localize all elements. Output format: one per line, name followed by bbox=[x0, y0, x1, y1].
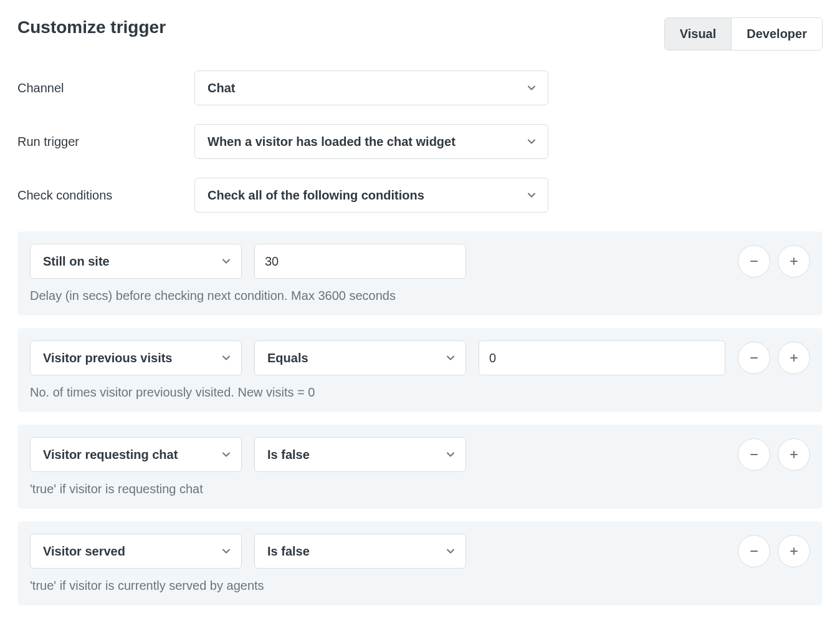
check-conditions-select[interactable]: Check all of the following conditions bbox=[194, 178, 548, 213]
chevron-down-icon bbox=[527, 137, 537, 147]
condition-operator-select[interactable]: Is false bbox=[254, 534, 466, 569]
chevron-down-icon bbox=[446, 546, 456, 556]
run-trigger-select[interactable]: When a visitor has loaded the chat widge… bbox=[194, 124, 548, 159]
condition-hint: 'true' if visitor is requesting chat bbox=[30, 482, 810, 496]
channel-select[interactable]: Chat bbox=[194, 70, 548, 105]
remove-condition-button[interactable] bbox=[738, 535, 770, 567]
chevron-down-icon bbox=[221, 450, 231, 460]
condition-field-select[interactable]: Visitor requesting chat bbox=[30, 437, 242, 472]
check-conditions-select-value: Check all of the following conditions bbox=[208, 188, 424, 203]
minus-icon bbox=[748, 546, 760, 557]
condition-operator-value: Equals bbox=[267, 351, 308, 365]
condition-row: Still on site Delay (in secs) before che… bbox=[17, 231, 823, 315]
minus-icon bbox=[748, 256, 760, 267]
run-trigger-select-value: When a visitor has loaded the chat widge… bbox=[208, 135, 456, 149]
condition-row: Visitor served Is false 'true' if visito… bbox=[17, 521, 823, 605]
minus-icon bbox=[748, 352, 760, 364]
page-title: Customize trigger bbox=[17, 17, 166, 37]
condition-hint: Delay (in secs) before checking next con… bbox=[30, 289, 810, 303]
svg-rect-5 bbox=[793, 354, 795, 362]
run-trigger-label: Run trigger bbox=[17, 135, 194, 149]
tab-developer[interactable]: Developer bbox=[731, 18, 822, 50]
chevron-down-icon bbox=[527, 190, 537, 200]
plus-icon bbox=[788, 256, 799, 267]
condition-row: Visitor requesting chat Is false 'true' … bbox=[17, 425, 823, 509]
add-condition-button[interactable] bbox=[778, 342, 810, 374]
condition-field-select[interactable]: Visitor previous visits bbox=[30, 340, 242, 375]
condition-field-value: Visitor previous visits bbox=[43, 351, 173, 365]
condition-field-value: Visitor requesting chat bbox=[43, 448, 178, 462]
condition-field-value: Still on site bbox=[43, 254, 110, 269]
remove-condition-button[interactable] bbox=[738, 245, 770, 277]
svg-rect-3 bbox=[750, 357, 758, 359]
view-mode-toggle: Visual Developer bbox=[664, 17, 823, 51]
condition-operator-select[interactable]: Equals bbox=[254, 340, 466, 375]
svg-rect-6 bbox=[750, 454, 758, 455]
svg-rect-0 bbox=[750, 261, 758, 262]
condition-field-value: Visitor served bbox=[43, 544, 125, 559]
condition-value-input[interactable] bbox=[479, 340, 725, 375]
remove-condition-button[interactable] bbox=[738, 342, 770, 374]
condition-field-select[interactable]: Still on site bbox=[30, 244, 242, 279]
condition-field-select[interactable]: Visitor served bbox=[30, 534, 242, 569]
svg-rect-2 bbox=[793, 258, 795, 265]
minus-icon bbox=[748, 449, 760, 460]
condition-hint: No. of times visitor previously visited.… bbox=[30, 385, 810, 400]
condition-row: Visitor previous visits Equals No. of ti… bbox=[17, 328, 823, 412]
check-conditions-label: Check conditions bbox=[17, 188, 194, 203]
add-condition-button[interactable] bbox=[778, 438, 810, 471]
chevron-down-icon bbox=[221, 546, 231, 556]
channel-label: Channel bbox=[17, 81, 194, 95]
chevron-down-icon bbox=[446, 353, 456, 363]
chevron-down-icon bbox=[527, 83, 537, 93]
tab-visual[interactable]: Visual bbox=[665, 18, 732, 50]
svg-rect-8 bbox=[793, 451, 795, 458]
channel-select-value: Chat bbox=[208, 81, 235, 95]
add-condition-button[interactable] bbox=[778, 535, 810, 567]
add-condition-button[interactable] bbox=[778, 245, 810, 277]
condition-operator-value: Is false bbox=[267, 448, 310, 462]
chevron-down-icon bbox=[446, 450, 456, 460]
chevron-down-icon bbox=[221, 256, 231, 266]
plus-icon bbox=[788, 546, 799, 557]
plus-icon bbox=[788, 352, 799, 364]
plus-icon bbox=[788, 449, 799, 460]
condition-operator-select[interactable]: Is false bbox=[254, 437, 466, 472]
condition-operator-value: Is false bbox=[267, 544, 310, 559]
condition-value-input[interactable] bbox=[254, 244, 466, 279]
condition-hint: 'true' if visitor is currently served by… bbox=[30, 579, 810, 593]
remove-condition-button[interactable] bbox=[738, 438, 770, 471]
chevron-down-icon bbox=[221, 353, 231, 363]
svg-rect-11 bbox=[793, 547, 795, 555]
svg-rect-9 bbox=[750, 551, 758, 552]
